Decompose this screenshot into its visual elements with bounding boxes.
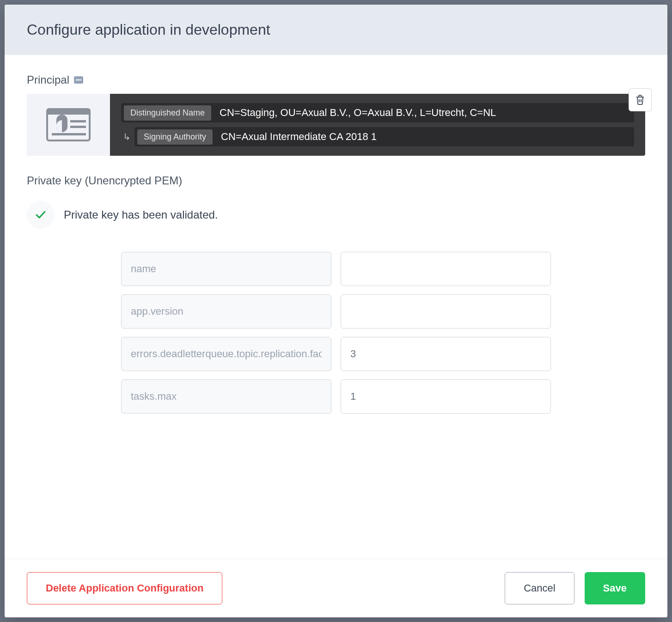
- config-value-input[interactable]: [341, 337, 551, 371]
- cancel-button[interactable]: Cancel: [505, 572, 574, 604]
- modal-footer: Delete Application Configuration Cancel …: [5, 559, 667, 617]
- svg-rect-3: [70, 126, 86, 128]
- principal-detail: Distinguished Name CN=Staging, OU=Axual …: [110, 94, 645, 156]
- delete-application-configuration-button[interactable]: Delete Application Configuration: [27, 572, 222, 604]
- config-value-input[interactable]: [341, 294, 551, 329]
- delete-principal-button[interactable]: [629, 88, 652, 111]
- signing-authority-value: CN=Axual Intermediate CA 2018 1: [217, 129, 380, 145]
- principal-label-text: Principal: [27, 73, 69, 86]
- signing-authority-wrap: ↳ Signing Authority CN=Axual Intermediat…: [121, 127, 634, 146]
- config-value-input[interactable]: [341, 379, 551, 414]
- distinguished-name-badge: Distinguished Name: [124, 105, 211, 121]
- config-key-input[interactable]: [121, 379, 331, 414]
- config-grid: [121, 252, 551, 414]
- check-circle: [27, 201, 55, 229]
- principal-section-label: Principal: [27, 73, 645, 86]
- check-icon: [35, 210, 46, 220]
- private-key-validated-text: Private key has been validated.: [64, 208, 218, 221]
- certificate-icon: [46, 106, 91, 143]
- svg-rect-4: [52, 133, 86, 135]
- svg-rect-2: [70, 120, 86, 122]
- config-key-input[interactable]: [121, 252, 331, 286]
- signing-authority-row: Signing Authority CN=Axual Intermediate …: [134, 127, 634, 146]
- configure-application-modal: Configure application in development Pri…: [5, 5, 667, 617]
- signing-authority-badge: Signing Authority: [137, 129, 213, 145]
- certificate-icon-wrap: [27, 94, 110, 156]
- private-key-validated-row: Private key has been validated.: [27, 201, 645, 229]
- modal-header: Configure application in development: [5, 5, 667, 55]
- modal-title: Configure application in development: [27, 21, 645, 38]
- config-key-input[interactable]: [121, 294, 331, 329]
- config-value-input[interactable]: [341, 252, 551, 286]
- save-button[interactable]: Save: [585, 572, 645, 604]
- private-key-heading: Private key (Unencrypted PEM): [27, 174, 645, 187]
- distinguished-name-value: CN=Staging, OU=Axual B.V., O=Axual B.V.,…: [216, 105, 500, 121]
- trash-icon: [635, 94, 645, 105]
- card-icon: [74, 76, 83, 84]
- svg-rect-1: [47, 109, 90, 115]
- principal-card: Distinguished Name CN=Staging, OU=Axual …: [27, 94, 645, 156]
- distinguished-name-row: Distinguished Name CN=Staging, OU=Axual …: [121, 103, 634, 122]
- indent-arrow-icon: ↳: [123, 131, 131, 142]
- config-key-input[interactable]: [121, 337, 331, 371]
- modal-body: Principal Distinguish: [5, 55, 667, 559]
